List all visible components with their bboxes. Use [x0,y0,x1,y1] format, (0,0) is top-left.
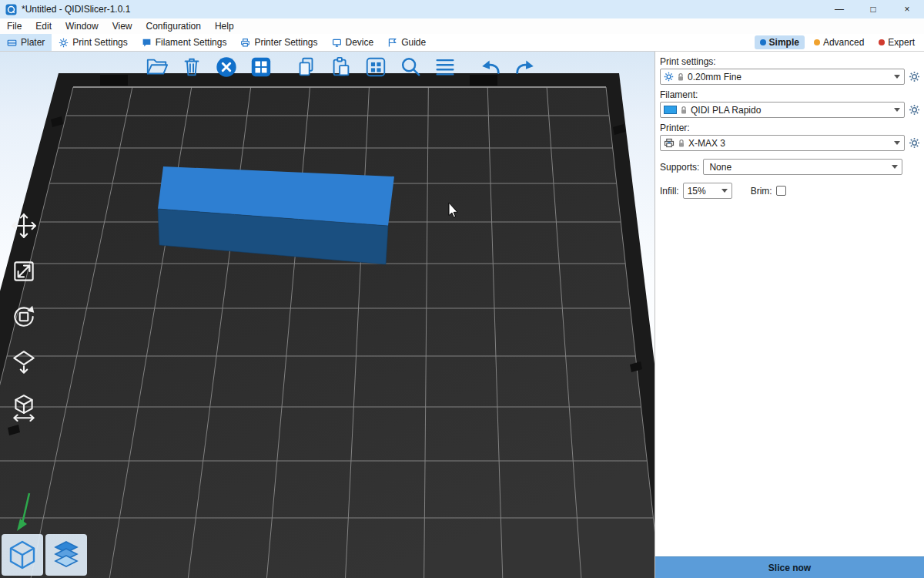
tab-print-settings[interactable]: Print Settings [52,34,134,51]
printer-settings-icon [240,38,250,48]
rotate-tool-button[interactable] [6,299,42,334]
filament-label: Filament: [660,89,919,100]
copy-button[interactable] [293,54,320,80]
printer-value: X-MAX 3 [688,138,891,149]
main-area: Print settings: 0.20mm Fine [0,52,924,578]
view-toggles [2,534,87,576]
split-to-objects-button[interactable] [363,54,389,80]
supports-combo[interactable]: None [703,159,902,175]
scale-tool-icon [10,257,38,285]
edit-printer-button[interactable] [908,136,921,150]
printer-combo[interactable]: X-MAX 3 [660,135,905,151]
arrange-button[interactable] [248,54,274,80]
tab-filament-settings[interactable]: Filament Settings [135,34,234,51]
minimize-button[interactable]: — [822,0,856,18]
infill-combo[interactable]: 15% [683,183,732,199]
search-icon [399,55,422,79]
print-settings-label: Print settings: [660,56,919,67]
device-icon [332,38,342,48]
expert-mode-dot-icon [879,39,885,45]
menu-help[interactable]: Help [208,18,241,34]
move-tool-button[interactable] [6,208,42,244]
tab-label: Plater [21,37,45,48]
supports-value: None [707,162,889,173]
printer-icon [664,138,675,148]
tab-label: Filament Settings [156,37,227,48]
build-plate[interactable] [0,87,654,578]
filament-value: QIDI PLA Rapido [691,105,891,116]
gear-icon [664,72,674,82]
cut-tool-icon [10,394,38,422]
viewport-3d-scene[interactable] [0,52,654,578]
chevron-down-icon [894,141,900,145]
tab-plater[interactable]: Plater [0,34,52,51]
top-toolbar [144,54,538,80]
place-on-face-tool-button[interactable] [6,344,42,380]
mode-advanced[interactable]: Advanced [808,35,869,49]
edit-print-settings-button[interactable] [908,70,921,83]
delete-all-icon [215,55,238,79]
mode-simple[interactable]: Simple [755,35,805,49]
filament-color-swatch [664,106,677,114]
paste-icon [330,55,353,79]
scale-tool-button[interactable] [6,254,42,289]
edit-filament-button[interactable] [908,103,921,116]
lock-icon [677,72,685,82]
brim-label: Brim: [751,186,772,197]
undo-button[interactable] [477,54,504,80]
mode-label: Advanced [823,37,864,48]
trash-icon [180,55,203,79]
open-project-button[interactable] [144,54,170,80]
gear-icon [909,137,920,149]
paste-button[interactable] [328,54,354,80]
maximize-button[interactable]: □ [856,0,890,18]
settings-sidebar: Print settings: 0.20mm Fine [654,52,924,578]
move-tool-icon [10,212,38,240]
tab-label: Printer Settings [254,37,317,48]
lock-icon [678,139,685,148]
menu-bar: File Edit Window View Configuration Help [0,18,924,34]
menu-view[interactable]: View [105,18,139,34]
editor-view-button[interactable] [2,534,43,576]
arrange-icon [249,55,273,79]
mode-switcher: Simple Advanced Expert [755,34,924,51]
menu-configuration[interactable]: Configuration [139,18,208,34]
preview-view-button[interactable] [45,534,87,576]
viewport-3d[interactable] [0,52,654,578]
plater-icon [7,38,17,48]
split-to-objects-icon [364,55,387,79]
filament-combo[interactable]: QIDI PLA Rapido [660,102,905,118]
chevron-down-icon [894,75,900,79]
undo-icon [479,55,502,79]
tab-label: Guide [401,37,426,48]
rotate-tool-icon [10,303,38,331]
redo-icon [514,55,537,79]
mode-expert[interactable]: Expert [873,35,920,49]
tab-bar: Plater Print Settings Filament Settings … [0,34,924,52]
close-button[interactable]: × [890,0,924,18]
menu-window[interactable]: Window [59,18,105,34]
tab-device[interactable]: Device [325,34,381,51]
tab-label: Device [346,37,374,48]
plate-clip [100,75,128,86]
menu-file[interactable]: File [0,18,28,34]
filament-settings-icon [142,38,152,48]
search-button[interactable] [397,54,424,80]
slice-now-button[interactable]: Slice now [655,556,924,578]
open-folder-icon [146,55,169,79]
chevron-down-icon [892,165,898,169]
infill-label: Infill: [660,186,679,197]
simple-mode-dot-icon [760,39,766,45]
preview-layers-view-icon [49,538,83,572]
lock-icon [680,106,688,115]
redo-button[interactable] [512,54,538,80]
brim-checkbox[interactable] [776,186,786,196]
menu-edit[interactable]: Edit [28,18,59,34]
tab-guide[interactable]: Guide [380,34,433,51]
print-settings-combo[interactable]: 0.20mm Fine [660,69,905,85]
variable-layer-height-button[interactable] [432,54,458,80]
tab-printer-settings[interactable]: Printer Settings [233,34,324,51]
delete-button[interactable] [179,54,205,80]
cut-tool-button[interactable] [6,390,42,425]
delete-all-button[interactable] [213,54,239,80]
